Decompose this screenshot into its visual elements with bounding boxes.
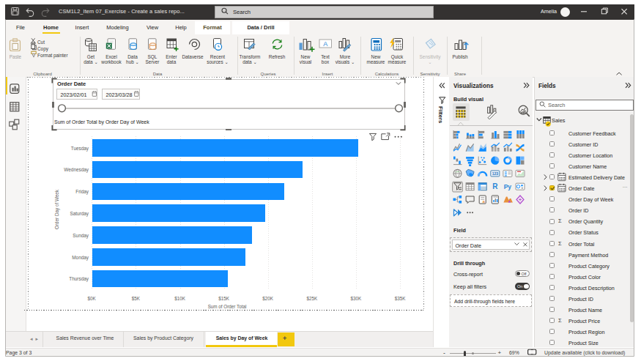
svg-text:Py: Py [504,183,512,190]
svg-text:123: 123 [492,171,499,176]
svg-text:R: R [492,182,498,190]
svg-text:A: A [323,40,327,48]
